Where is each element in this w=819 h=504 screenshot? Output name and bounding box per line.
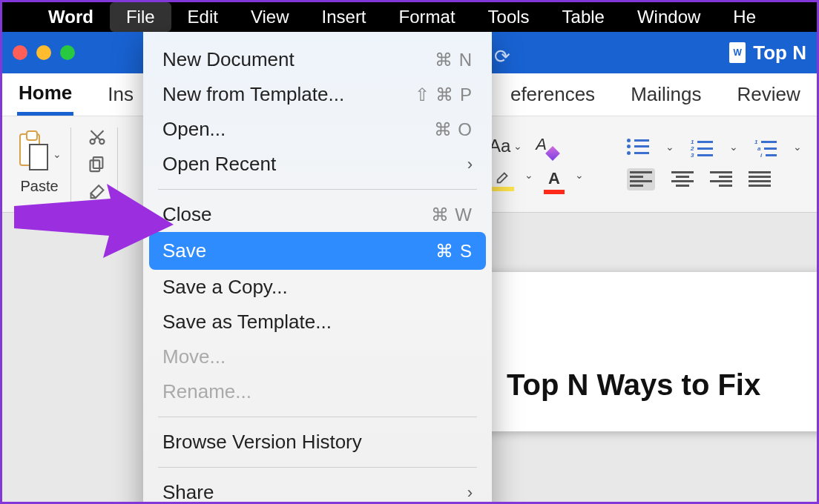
word-doc-icon: W	[729, 42, 746, 63]
menu-help[interactable]: He	[717, 2, 772, 32]
close-window-button[interactable]	[13, 45, 27, 60]
menu-format[interactable]: Format	[383, 2, 472, 32]
paste-group: ⌄ Paste	[17, 127, 71, 202]
menu-file[interactable]: File	[110, 2, 171, 32]
svg-rect-2	[93, 157, 103, 168]
fontcolor-dropdown-icon[interactable]: ⌄	[575, 169, 584, 194]
zoom-window-button[interactable]	[60, 45, 75, 60]
align-center-button[interactable]	[671, 171, 694, 188]
highlight-dropdown-icon[interactable]: ⌄	[524, 169, 533, 194]
bullet-list-icon[interactable]	[627, 139, 649, 155]
menu-view[interactable]: View	[234, 2, 306, 32]
tab-review[interactable]: Review	[736, 76, 802, 113]
tab-mailings[interactable]: Mailings	[629, 76, 703, 113]
menu-edit[interactable]: Edit	[171, 2, 234, 32]
menu-table[interactable]: Table	[546, 2, 621, 32]
file-menu-close[interactable]: Close ⌘ W	[143, 197, 492, 232]
menu-separator	[158, 417, 477, 417]
document-heading: Top N Ways to Fix	[507, 368, 809, 402]
align-justify-button[interactable]	[749, 171, 771, 188]
multilevel-list-icon[interactable]: 1ai	[754, 139, 777, 155]
chevron-down-icon[interactable]: ⌄	[729, 141, 738, 153]
paste-icon[interactable]	[17, 133, 50, 175]
chevron-right-icon: ›	[467, 483, 473, 503]
tab-insert[interactable]: Ins	[106, 76, 135, 113]
menu-separator	[158, 467, 477, 468]
chevron-down-icon[interactable]: ⌄	[793, 141, 802, 153]
sync-icon[interactable]: ⟳	[494, 45, 510, 68]
chevron-down-icon: ⌄	[513, 140, 522, 152]
file-menu-save-a-copy[interactable]: Save a Copy...	[143, 270, 492, 305]
align-left-button[interactable]	[627, 168, 655, 190]
file-menu-new-from-template[interactable]: New from Template... ⇧ ⌘ P	[143, 77, 492, 112]
menu-app-name[interactable]: Word	[32, 2, 110, 32]
svg-rect-3	[91, 160, 100, 171]
file-menu-open-recent[interactable]: Open Recent ›	[143, 147, 492, 182]
tab-home[interactable]: Home	[17, 74, 73, 116]
align-right-button[interactable]	[710, 171, 732, 188]
clear-formatting-icon[interactable]	[534, 135, 556, 157]
menu-tools[interactable]: Tools	[472, 2, 546, 32]
paragraph-group: ⌄ 123 ⌄ 1ai ⌄	[616, 139, 812, 190]
highlight-color-button[interactable]	[492, 169, 514, 194]
menu-insert[interactable]: Insert	[306, 2, 383, 32]
chevron-right-icon: ›	[467, 155, 473, 174]
file-menu-save-as-template[interactable]: Save as Template...	[143, 305, 492, 339]
numbered-list-icon[interactable]: 123	[691, 139, 713, 155]
file-menu-new-document[interactable]: New Document ⌘ N	[143, 42, 492, 77]
mac-menubar: Word File Edit View Insert Format Tools …	[2, 2, 817, 32]
paste-label: Paste	[20, 178, 58, 195]
menu-separator	[158, 189, 477, 190]
chevron-down-icon[interactable]: ⌄	[665, 141, 674, 153]
clipboard-tools	[88, 127, 118, 202]
copy-icon[interactable]	[88, 155, 107, 173]
tab-references[interactable]: eferences	[509, 76, 596, 113]
font-color-button[interactable]: A	[544, 169, 565, 194]
document-title-text: Top N	[753, 42, 806, 64]
file-menu-open[interactable]: Open... ⌘ O	[143, 112, 492, 147]
change-case-button[interactable]: Aa ⌄	[489, 136, 522, 156]
format-painter-icon[interactable]	[88, 182, 107, 201]
minimize-window-button[interactable]	[36, 45, 51, 60]
file-menu-dropdown: New Document ⌘ N New from Template... ⇧ …	[143, 32, 492, 504]
window-controls	[13, 45, 75, 60]
file-menu-save[interactable]: Save ⌘ S	[149, 232, 486, 270]
file-menu-browse-version-history[interactable]: Browse Version History	[143, 425, 492, 460]
file-menu-rename: Rename...	[143, 374, 492, 409]
paste-dropdown-icon[interactable]: ⌄	[53, 148, 62, 160]
document-title[interactable]: W Top N	[729, 42, 806, 64]
menu-window[interactable]: Window	[621, 2, 717, 32]
file-menu-share[interactable]: Share ›	[143, 475, 492, 504]
file-menu-move: Move...	[143, 339, 492, 374]
cut-icon[interactable]	[88, 127, 107, 146]
